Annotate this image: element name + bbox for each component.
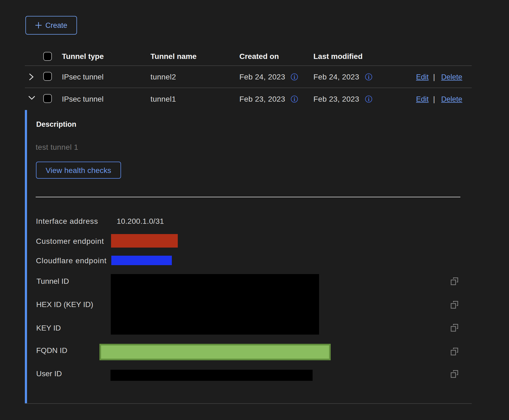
svg-text:i: i (294, 96, 295, 102)
svg-text:i: i (368, 74, 370, 80)
svg-text:i: i (368, 96, 370, 102)
svg-text:i: i (294, 74, 295, 80)
